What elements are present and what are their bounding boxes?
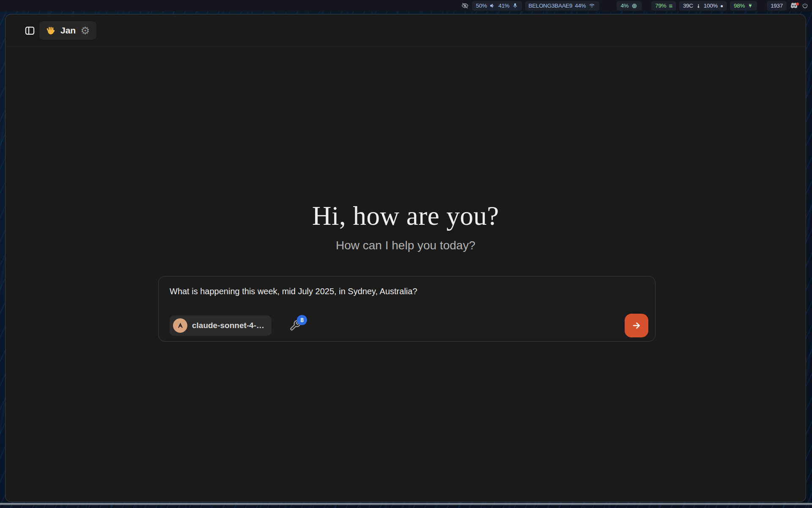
power-icon[interactable] xyxy=(801,2,809,9)
model-selector-button[interactable]: claude-sonnet-4-… xyxy=(170,315,272,336)
send-button[interactable] xyxy=(625,314,648,337)
sidebar-toggle-icon[interactable] xyxy=(22,23,37,38)
hero-title: Hi, how are you? xyxy=(5,203,806,229)
power-plug-icon xyxy=(747,3,753,9)
tools-count-badge: 8 xyxy=(297,315,307,325)
hero-subtitle: How can I help you today? xyxy=(5,239,806,252)
hero-section: Hi, how are you? How can I help you toda… xyxy=(5,203,806,252)
clock-value: 1937 xyxy=(771,3,783,9)
mic-icon xyxy=(512,3,518,9)
temperature-value: 39C xyxy=(683,3,693,9)
battery-value: 98% xyxy=(734,3,745,9)
cpu-icon xyxy=(631,3,638,9)
dock-hint-line xyxy=(0,503,812,505)
audio-volume-indicator[interactable]: 50% 41% xyxy=(472,1,521,11)
memory-indicator[interactable]: 79% ≡ xyxy=(651,1,676,11)
temp-fan-indicator[interactable]: 39C 100% ● xyxy=(679,1,727,11)
message-input[interactable]: What is happening this week, mid July 20… xyxy=(170,287,644,296)
workspace-button[interactable]: Jan ⚙ xyxy=(39,21,96,40)
eye-off-icon[interactable] xyxy=(461,2,469,10)
discord-icon[interactable] xyxy=(790,2,798,9)
cpu-indicator[interactable]: 4% xyxy=(617,1,642,11)
chat-composer[interactable]: What is happening this week, mid July 20… xyxy=(158,276,656,342)
anthropic-logo-icon xyxy=(173,318,187,333)
fan-value: 100% xyxy=(704,3,718,9)
clock-indicator[interactable]: 1937 xyxy=(767,1,787,11)
fan-dot-icon: ● xyxy=(720,3,723,8)
speaker-icon xyxy=(489,3,496,9)
gear-icon[interactable]: ⚙ xyxy=(80,25,90,36)
mic-value: 41% xyxy=(498,3,509,9)
battery-indicator[interactable]: 98% xyxy=(730,1,757,11)
memory-value: 79% xyxy=(655,3,666,9)
network-indicator[interactable]: BELONG3BAAE9 44% xyxy=(525,1,600,11)
arrow-right-icon xyxy=(631,320,642,331)
memory-lines-icon: ≡ xyxy=(669,3,672,9)
network-strength: 44% xyxy=(575,3,586,9)
wifi-icon xyxy=(588,3,595,9)
waving-hand-icon xyxy=(46,25,56,36)
system-tray: 50% 41% BELONG3BAAE9 44% 4% 79% ≡ 39C 10… xyxy=(0,0,812,11)
model-name-label: claude-sonnet-4-… xyxy=(192,321,264,330)
tools-button[interactable]: 8 xyxy=(289,320,301,331)
network-name: BELONG3BAAE9 xyxy=(529,3,573,9)
composer-toolbar: claude-sonnet-4-… 8 xyxy=(170,314,648,337)
window-header: Jan ⚙ xyxy=(5,14,806,47)
volume-value: 50% xyxy=(476,3,487,9)
workspace-label: Jan xyxy=(60,25,76,36)
jan-app-window: Jan ⚙ Hi, how are you? How can I help yo… xyxy=(5,14,806,502)
thermometer-icon xyxy=(696,3,701,9)
discord-notification-badge xyxy=(796,3,799,6)
cpu-value: 4% xyxy=(620,3,628,9)
